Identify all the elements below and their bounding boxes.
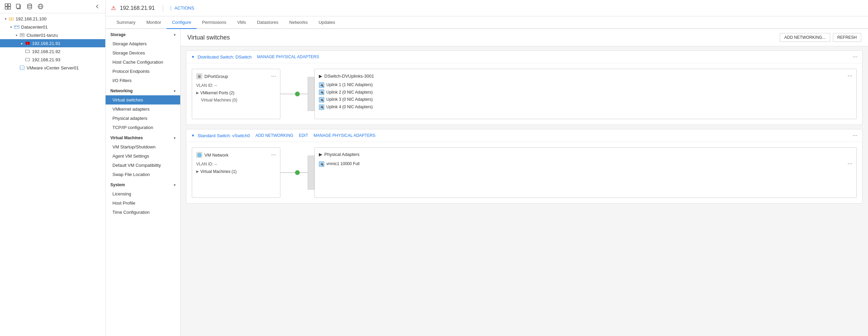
dport-vlan-id: VLAN ID: -- [196, 82, 276, 90]
standard-switch-name[interactable]: Standard Switch: vSwitch0 [198, 133, 250, 138]
chevron-down-icon: ▾ [174, 89, 175, 93]
chevron-down-icon[interactable]: ▼ [191, 133, 195, 138]
vm-network-icon: 🌐 [196, 152, 202, 158]
dport-group-info: VLAN ID: -- ▶ VMkernel Ports (2) Virtual… [196, 82, 276, 104]
config-item-host-cache[interactable]: Host Cache Configuration [106, 58, 180, 67]
config-section-virtual-machines[interactable]: Virtual Machines ▾ [106, 132, 180, 142]
copy-icon[interactable] [15, 3, 22, 10]
add-networking-standard-btn[interactable]: ADD NETWORKING [255, 133, 293, 138]
physical-adapters-title: ▶ Physical Adapters [319, 152, 359, 157]
vm-network-more-icon[interactable]: ⋯ [271, 152, 276, 158]
vm-network-vms-expandable[interactable]: ▶ Virtual Machines (1) [196, 168, 276, 176]
distributed-switch-content: ⊞ DPortGroup ⋯ VLAN ID: -- ▶ VMkernel Po… [186, 63, 862, 125]
tab-permissions[interactable]: Permissions [197, 16, 232, 29]
config-item-swap-file[interactable]: Swap File Location [106, 170, 180, 179]
config-item-storage-adapters[interactable]: Storage Adapters [106, 39, 180, 48]
uplink-icon-3: 🔌 [319, 97, 324, 102]
vm-network-name: 🌐 VM Network [196, 152, 229, 158]
vmkernel-ports-expandable[interactable]: ▶ VMkernel Ports (2) [196, 90, 276, 97]
vcenter-icon: v [19, 65, 25, 71]
database-icon[interactable] [26, 3, 33, 10]
svg-rect-14 [17, 26, 18, 27]
svg-rect-2 [5, 7, 7, 9]
manage-physical-adapters-standard-btn[interactable]: MANAGE PHYSICAL ADAPTERS [313, 133, 375, 138]
svg-rect-3 [8, 7, 11, 9]
connection-indicator [295, 92, 300, 96]
tree-item-root[interactable]: ▾ 192.168.21.100 [0, 15, 105, 23]
tab-monitor[interactable]: Monitor [141, 16, 167, 29]
config-item-host-profile[interactable]: Host Profile [106, 198, 180, 208]
config-item-time-config[interactable]: Time Configuration [106, 208, 180, 217]
tree-label-root: 192.168.21.100 [16, 16, 46, 21]
manage-physical-adapters-btn[interactable]: MANAGE PHYSICAL ADAPTERS [257, 54, 319, 59]
tree-label-cluster: Cluster01-tanzu [27, 33, 58, 38]
config-item-vm-startup[interactable]: VM Startup/Shutdown [106, 142, 180, 151]
grid-icon[interactable] [4, 3, 12, 10]
dport-group-icon: ⊞ [196, 73, 202, 79]
add-networking-button[interactable]: ADD NETWORKING... [780, 33, 830, 42]
vm-items: VM Startup/Shutdown Agent VM Settings De… [106, 142, 180, 179]
tree-label-host-91: 192.168.21.91 [32, 41, 60, 46]
vm-network-header: 🌐 VM Network ⋯ [196, 152, 276, 158]
tab-configure[interactable]: Configure [167, 16, 197, 29]
config-item-virtual-switches[interactable]: Virtual switches [106, 95, 180, 105]
chevron-icon: ▶ [319, 152, 322, 157]
config-section-networking[interactable]: Networking ▾ [106, 85, 180, 95]
uplinks-list: 🔌 Uplink 1 (1 NIC Adapters) 🔌 Uplink 2 (… [319, 81, 852, 111]
tree-item-cluster[interactable]: ▾ Cluster01-tanzu [0, 31, 105, 39]
vm-network-info: VLAN ID: -- ▶ Virtual Machines (1) [196, 161, 276, 175]
svg-rect-21 [26, 58, 30, 61]
uplinks-more-icon[interactable]: ⋯ [848, 73, 852, 79]
host-group-icon [8, 16, 14, 22]
divider [163, 5, 163, 12]
standard-switch-section: ▼ Standard Switch: vSwitch0 ADD NETWORKI… [186, 129, 863, 204]
config-section-storage[interactable]: Storage ▾ [106, 29, 180, 39]
tree-item-datacenter[interactable]: ▾ Datacenter01 [0, 23, 105, 31]
config-item-io-filters[interactable]: I/O Filters [106, 76, 180, 85]
refresh-button[interactable]: REFRESH [833, 33, 861, 42]
dport-group-more-icon[interactable]: ⋯ [271, 74, 276, 79]
actions-button[interactable]: ⋮ ACTIONS [169, 5, 194, 11]
tree-item-host-92[interactable]: 192.168.21.92 [0, 47, 105, 55]
tab-vms[interactable]: VMs [232, 16, 251, 29]
config-item-physical-adapters[interactable]: Physical adapters [106, 114, 180, 123]
collapse-icon[interactable] [94, 3, 101, 10]
sidebar-tree: ▾ 192.168.21.100 ▾ Datacenter01 ▾ [0, 13, 105, 336]
tree-item-vcenter[interactable]: v VMware vCenter Server01 [0, 64, 105, 72]
vm-network-card: 🌐 VM Network ⋯ VLAN ID: -- ▶ Virtual Mac… [192, 147, 280, 198]
config-item-protocol-endpoints[interactable]: Protocol Endpoints [106, 67, 180, 76]
tab-summary[interactable]: Summary [111, 16, 141, 29]
globe-icon[interactable] [37, 3, 44, 10]
config-item-default-vm-compat[interactable]: Default VM Compatibility [106, 161, 180, 170]
tree-item-host-93[interactable]: 192.168.21.93 [0, 55, 105, 64]
uplink-icon-1: 🔌 [319, 82, 324, 88]
edit-switch-btn[interactable]: EDIT [299, 133, 308, 138]
tree-chevron [19, 49, 25, 54]
config-item-vmkernel-adapters[interactable]: VMkernel adapters [106, 105, 180, 114]
distributed-switch-name[interactable]: Distributed Switch: DSwitch [198, 54, 252, 60]
tree-label-host-93: 192.168.21.93 [32, 57, 60, 62]
physical-adapters-header: ▶ Physical Adapters [319, 152, 852, 157]
more-options-icon[interactable]: ⋯ [853, 54, 857, 60]
physical-adapter-vmnic1: 🔌 vmnic1 10000 Full ⋯ [319, 160, 852, 168]
config-item-storage-devices[interactable]: Storage Devices [106, 48, 180, 58]
tree-item-host-91[interactable]: ▸ ! 192.168.21.91 [0, 39, 105, 47]
chevron-down-icon[interactable]: ▼ [191, 55, 195, 59]
standard-switch-more-icon[interactable]: ⋯ [853, 133, 857, 138]
networking-section-label: Networking [110, 89, 133, 93]
physical-adapters-card: ▶ Physical Adapters 🔌 vmnic1 10000 Full … [314, 147, 857, 198]
connector-block [308, 156, 314, 190]
config-section-system[interactable]: System ▾ [106, 179, 180, 189]
host-title: 192.168.21.91 [120, 5, 155, 11]
tab-updates[interactable]: Updates [313, 16, 340, 29]
tree-label-host-92: 192.168.21.92 [32, 49, 60, 54]
config-item-licensing[interactable]: Licensing [106, 189, 180, 198]
tree-chevron: ▾ [8, 24, 14, 30]
tab-datastores[interactable]: Datastores [251, 16, 284, 29]
config-item-agent-vm[interactable]: Agent VM Settings [106, 151, 180, 161]
tab-networks[interactable]: Networks [284, 16, 313, 29]
vmnic1-more-icon[interactable]: ⋯ [848, 160, 852, 168]
standard-switch-header: ▼ Standard Switch: vSwitch0 ADD NETWORKI… [186, 129, 862, 142]
main-content: ⚠ 192.168.21.91 ⋮ ACTIONS Summary Monito… [106, 0, 868, 336]
config-item-tcp-ip[interactable]: TCP/IP configuration [106, 123, 180, 132]
